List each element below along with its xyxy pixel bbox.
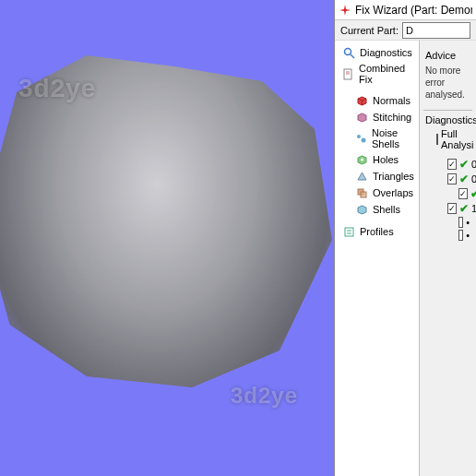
document-icon	[342, 67, 354, 80]
checkbox[interactable]	[436, 134, 438, 145]
check-icon: ✔	[459, 173, 469, 185]
nav-combined-fix[interactable]: Combined Fix	[335, 61, 419, 87]
nav-profiles[interactable]: Profiles	[335, 223, 419, 240]
diagnostic-value: 1	[471, 203, 476, 214]
diagnostic-row[interactable]: ✓✔1	[423, 201, 472, 216]
nav-triangles[interactable]: Triangles	[335, 168, 419, 184]
diagnostic-row[interactable]: ✓✔0	[423, 186, 472, 201]
bullet-icon: •	[466, 230, 470, 241]
watermark: 3d2ye	[231, 383, 298, 409]
nav-normals[interactable]: Normals	[335, 92, 419, 109]
diagnostic-row[interactable]: ✓✔0	[423, 157, 472, 172]
diagnostic-row[interactable]: •	[423, 216, 472, 229]
checkbox[interactable]	[458, 217, 463, 228]
triangles-icon	[355, 170, 368, 183]
nav-tree: Diagnostics Combined Fix Normals Sti	[335, 41, 420, 476]
diagnostic-value: 0	[471, 159, 476, 170]
check-icon: ✔	[459, 158, 469, 171]
nav-label: Triangles	[373, 171, 414, 182]
bullet-icon: •	[466, 217, 470, 228]
nav-noise-shells[interactable]: Noise Shells	[335, 125, 419, 151]
checkbox[interactable]: ✓	[458, 188, 468, 199]
cube-icon	[355, 94, 368, 107]
profiles-icon	[342, 225, 355, 238]
full-analysis-row[interactable]: Full Analysi	[423, 127, 472, 151]
advice-text: No more error analysed.	[423, 63, 472, 104]
nav-shells[interactable]: Shells	[335, 201, 419, 218]
noise-icon	[355, 132, 367, 145]
check-icon: ✔	[459, 202, 469, 215]
nav-label: Normals	[373, 95, 411, 106]
nav-label: Shells	[373, 204, 400, 215]
nav-stitching[interactable]: Stitching	[335, 109, 419, 125]
nav-holes[interactable]: Holes	[335, 151, 419, 168]
current-part-value: D	[406, 25, 413, 36]
svg-point-7	[361, 158, 363, 161]
svg-point-5	[357, 135, 361, 138]
nav-label: Diagnostics	[360, 47, 412, 58]
watermark: 3d2ye	[18, 74, 96, 103]
overlaps-icon	[355, 186, 368, 199]
diagnostic-value: 0	[471, 173, 476, 184]
nav-label: Noise Shells	[372, 127, 415, 149]
stitch-icon	[355, 111, 368, 124]
nav-label: Holes	[373, 154, 399, 165]
nav-overlaps[interactable]: Overlaps	[335, 184, 419, 201]
svg-point-6	[362, 137, 366, 142]
diagnostic-row[interactable]: •	[423, 229, 472, 242]
current-part-dropdown[interactable]: D	[402, 22, 470, 39]
nav-label: Overlaps	[373, 187, 413, 198]
window-title: Fix Wizard (Part: DemonRing-18-Fixe	[355, 4, 472, 17]
shells-icon	[355, 203, 368, 216]
nav-label: Stitching	[373, 112, 411, 123]
checkbox[interactable]	[458, 230, 463, 241]
nav-diagnostics[interactable]: Diagnostics	[335, 44, 419, 61]
magnifier-icon	[342, 46, 355, 59]
full-analysis-label: Full Analysi	[441, 128, 473, 150]
app-icon	[339, 4, 351, 17]
nav-label: Profiles	[360, 226, 394, 237]
check-icon: ✔	[470, 187, 476, 200]
nav-label: Combined Fix	[359, 63, 415, 85]
info-pane: Advice No more error analysed. Diagnosti…	[420, 41, 476, 476]
holes-icon	[355, 153, 368, 166]
checkbox[interactable]: ✓	[447, 173, 457, 184]
svg-point-0	[344, 48, 351, 54]
current-part-label: Current Part:	[340, 25, 399, 36]
svg-rect-9	[361, 192, 366, 197]
checkbox[interactable]: ✓	[447, 203, 457, 214]
fix-wizard-panel: Fix Wizard (Part: DemonRing-18-Fixe Curr…	[334, 0, 476, 476]
svg-line-1	[351, 54, 354, 58]
svg-rect-10	[345, 228, 353, 236]
advice-group-label: Advice	[425, 50, 472, 61]
diagnostic-row[interactable]: ✓✔0	[423, 172, 472, 186]
checkbox[interactable]: ✓	[447, 159, 457, 170]
diagnostics-group-label: Diagnostics	[425, 114, 472, 125]
current-part-row: Current Part: D	[335, 20, 476, 41]
titlebar: Fix Wizard (Part: DemonRing-18-Fixe	[335, 0, 476, 20]
